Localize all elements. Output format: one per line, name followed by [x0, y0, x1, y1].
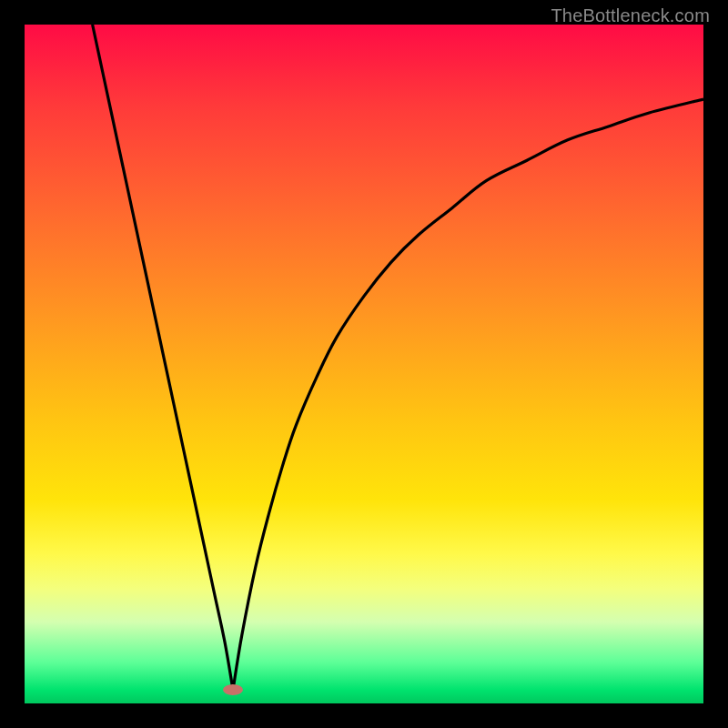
curve-right-branch — [233, 99, 703, 690]
bottleneck-curve — [25, 25, 703, 703]
curve-left-branch — [93, 25, 233, 690]
optimal-point-marker — [223, 684, 243, 695]
plot-area — [25, 25, 703, 703]
watermark-text: TheBottleneck.com — [551, 5, 710, 26]
